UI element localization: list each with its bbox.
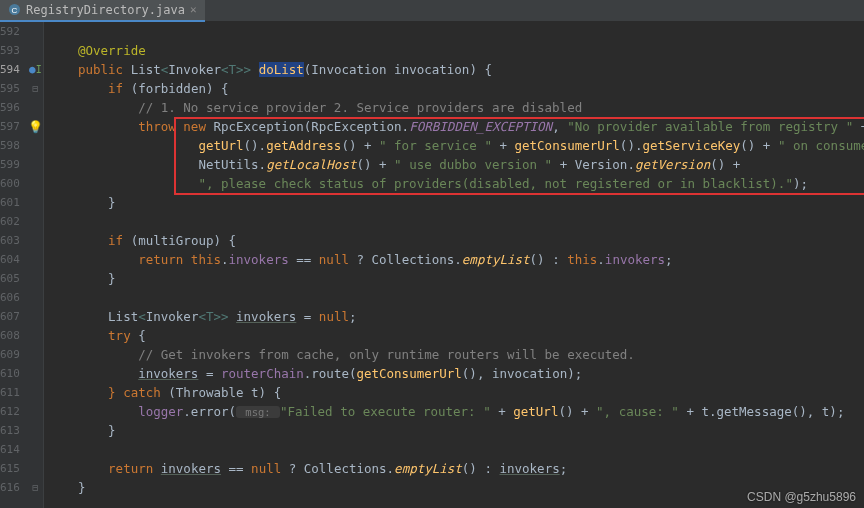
marker-gutter: ●I⊟💡⊟ bbox=[28, 22, 44, 508]
code-line: if (multiGroup) { bbox=[48, 231, 864, 250]
code-line bbox=[48, 288, 864, 307]
java-class-icon: C bbox=[8, 3, 21, 16]
code-line: return this.invokers == null ? Collectio… bbox=[48, 250, 864, 269]
file-tab[interactable]: C RegistryDirectory.java ✕ bbox=[0, 0, 205, 22]
code-area[interactable]: @Override public List<Invoker<T>> doList… bbox=[44, 22, 864, 508]
code-line: ", please check status of providers(disa… bbox=[48, 174, 864, 193]
code-line: } bbox=[48, 478, 864, 497]
editor-tabbar: C RegistryDirectory.java ✕ bbox=[0, 0, 864, 22]
watermark: CSDN @g5zhu5896 bbox=[747, 490, 856, 504]
code-line: try { bbox=[48, 326, 864, 345]
code-line: throw new RpcException(RpcException.FORB… bbox=[48, 117, 864, 136]
code-line: } bbox=[48, 193, 864, 212]
code-line: getUrl().getAddress() + " for service " … bbox=[48, 136, 864, 155]
implements-icon[interactable]: I bbox=[36, 64, 42, 75]
code-line: invokers = routerChain.route(getConsumer… bbox=[48, 364, 864, 383]
code-line: public List<Invoker<T>> doList(Invocatio… bbox=[48, 60, 864, 79]
override-icon[interactable]: ● bbox=[29, 63, 36, 76]
line-number-gutter: 5925935945955965975985996006016026036046… bbox=[0, 22, 28, 508]
code-line bbox=[48, 22, 864, 41]
code-line bbox=[48, 440, 864, 459]
code-line: // Get invokers from cache, only runtime… bbox=[48, 345, 864, 364]
code-editor[interactable]: 5925935945955965975985996006016026036046… bbox=[0, 22, 864, 508]
code-line: // 1. No service provider 2. Service pro… bbox=[48, 98, 864, 117]
code-line: NetUtils.getLocalHost() + " use dubbo ve… bbox=[48, 155, 864, 174]
fold-icon[interactable]: ⊟ bbox=[30, 83, 40, 94]
fold-icon[interactable]: ⊟ bbox=[30, 482, 40, 493]
code-line bbox=[48, 212, 864, 231]
code-line: if (forbidden) { bbox=[48, 79, 864, 98]
code-line: } catch (Throwable t) { bbox=[48, 383, 864, 402]
code-line: logger.error( msg: "Failed to execute ro… bbox=[48, 402, 864, 421]
code-line: } bbox=[48, 421, 864, 440]
close-icon[interactable]: ✕ bbox=[190, 3, 197, 16]
ide-window: C RegistryDirectory.java ✕ 5925935945955… bbox=[0, 0, 864, 508]
file-tab-label: RegistryDirectory.java bbox=[26, 3, 185, 17]
svg-text:C: C bbox=[12, 6, 18, 15]
code-line: List<Invoker<T>> invokers = null; bbox=[48, 307, 864, 326]
code-line: @Override bbox=[48, 41, 864, 60]
code-line: return invokers == null ? Collections.em… bbox=[48, 459, 864, 478]
code-line: } bbox=[48, 269, 864, 288]
intention-bulb-icon[interactable]: 💡 bbox=[28, 120, 43, 134]
